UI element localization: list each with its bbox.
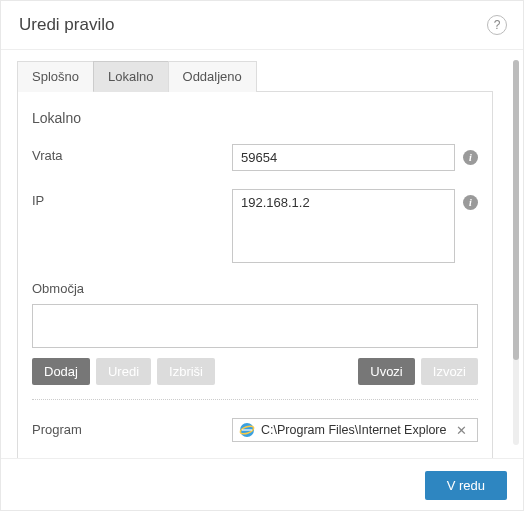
ok-button[interactable]: V redu [425, 471, 507, 500]
scrollbar[interactable] [513, 60, 519, 445]
dialog-body: Splošno Lokalno Oddaljeno Lokalno Vrata … [1, 50, 523, 471]
program-input-wrap[interactable]: ✕ [232, 418, 478, 442]
port-row: Vrata i [32, 144, 478, 171]
scrollbar-thumb[interactable] [513, 60, 519, 360]
dialog-title: Uredi pravilo [19, 15, 114, 35]
divider [32, 399, 478, 400]
zones-label: Območja [32, 281, 478, 296]
export-button: Izvozi [421, 358, 478, 385]
zones-list[interactable] [32, 304, 478, 348]
ip-row: IP i [32, 189, 478, 263]
ip-input[interactable] [232, 189, 455, 263]
tab-content: Lokalno Vrata i IP i Območja Dodaj Ure [17, 92, 493, 461]
tab-remote[interactable]: Oddaljeno [168, 61, 257, 92]
import-button[interactable]: Uvozi [358, 358, 415, 385]
zones-buttons: Dodaj Uredi Izbriši Uvozi Izvozi [32, 358, 478, 385]
ip-label: IP [32, 189, 232, 208]
section-title: Lokalno [32, 110, 478, 126]
dialog-footer: V redu [1, 458, 523, 511]
program-label: Program [32, 418, 232, 437]
edit-button: Uredi [96, 358, 151, 385]
help-icon[interactable]: ? [487, 15, 507, 35]
info-icon[interactable]: i [463, 195, 478, 210]
add-button[interactable]: Dodaj [32, 358, 90, 385]
clear-icon[interactable]: ✕ [452, 423, 471, 438]
delete-button: Izbriši [157, 358, 215, 385]
dialog-header: Uredi pravilo ? [1, 1, 523, 50]
program-input[interactable] [261, 423, 446, 437]
port-label: Vrata [32, 144, 232, 163]
program-row: Program ✕ [32, 418, 478, 442]
tab-local[interactable]: Lokalno [93, 61, 169, 92]
port-input[interactable] [232, 144, 455, 171]
tab-general[interactable]: Splošno [17, 61, 94, 92]
internet-explorer-icon [239, 422, 255, 438]
tabs: Splošno Lokalno Oddaljeno [17, 60, 493, 92]
info-icon[interactable]: i [463, 150, 478, 165]
